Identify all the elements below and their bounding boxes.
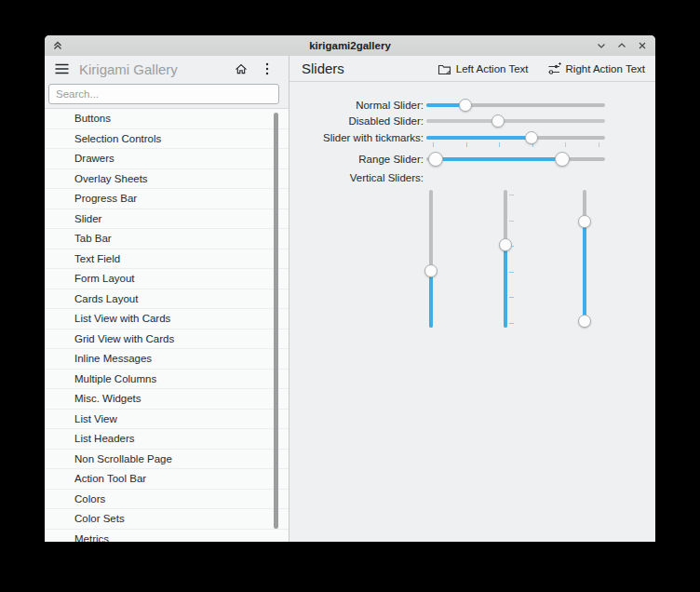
vertical-3-range-slider-fill xyxy=(583,222,586,321)
maximize-button[interactable] xyxy=(614,38,629,53)
range-slider-handle-end[interactable] xyxy=(555,152,570,167)
sliders-area: Normal Slider:Disabled Slider:Slider wit… xyxy=(289,82,655,542)
sidebar-item-buttons[interactable]: Buttons xyxy=(45,109,289,129)
vertical-2-ticks-tick-mark xyxy=(509,221,514,222)
close-button[interactable] xyxy=(635,38,650,53)
sidebar-item-misc-widgets[interactable]: Misc. Widgets xyxy=(45,389,289,410)
app-title: Kirigami Gallery xyxy=(79,61,178,77)
vertical-sliders-label: Vertical Sliders: xyxy=(350,172,424,183)
minimize-button[interactable] xyxy=(594,38,609,53)
titlebar[interactable]: kirigami2gallery xyxy=(45,35,655,57)
normal-slider-handle[interactable] xyxy=(459,99,472,112)
vertical-2-ticks-tick-mark xyxy=(509,272,514,273)
page-title: Sliders xyxy=(302,61,344,76)
sidebar-item-list-headers[interactable]: List Headers xyxy=(45,429,289,450)
sidebar-header: Kirigami Gallery xyxy=(45,56,289,82)
tickmarks-tick-mark xyxy=(599,142,599,147)
tickmarks-slider-handle[interactable] xyxy=(525,131,538,144)
window-content: Kirigami Gallery ButtonsSelection Contro… xyxy=(45,56,655,542)
sidebar-item-metrics[interactable]: Metrics xyxy=(45,530,289,543)
tickmarks-tick-mark xyxy=(466,142,467,147)
vertical-1-slider-fill xyxy=(429,271,433,328)
tickmarks-slider-fill xyxy=(426,136,532,140)
folder-edit-icon xyxy=(438,62,451,75)
sidebar-item-text-field[interactable]: Text Field xyxy=(45,249,289,270)
sidebar-item-drawers[interactable]: Drawers xyxy=(45,149,289,169)
sidebar-item-form-layout[interactable]: Form Layout xyxy=(45,269,289,289)
sidebar-item-cards-layout[interactable]: Cards Layout xyxy=(45,289,289,310)
tickmarks-tick-mark xyxy=(433,142,434,147)
right-action-button[interactable]: Right Action Text xyxy=(545,61,648,77)
tickmarks-tick-mark xyxy=(499,142,500,147)
sidebar-item-tab-bar[interactable]: Tab Bar xyxy=(45,229,289,249)
sidebar-item-non-scrollable-page[interactable]: Non Scrollable Page xyxy=(45,450,289,470)
sidebar-item-colors[interactable]: Colors xyxy=(45,490,289,510)
sidebar: Kirigami Gallery ButtonsSelection Contro… xyxy=(45,56,289,542)
home-button[interactable] xyxy=(233,61,249,77)
page-header: Sliders Left Action Text xyxy=(289,56,655,82)
search-input[interactable] xyxy=(48,84,279,104)
sidebar-item-slider[interactable]: Slider xyxy=(45,209,289,230)
sidebar-item-action-tool-bar[interactable]: Action Tool Bar xyxy=(45,469,289,490)
vertical-2-ticks-slider-handle[interactable] xyxy=(499,238,512,251)
vertical-2-ticks-slider-fill xyxy=(504,245,507,328)
vertical-3-range-slider-handle-end[interactable] xyxy=(578,315,591,328)
left-action-label: Left Action Text xyxy=(456,63,529,74)
adjust-sliders-icon xyxy=(547,62,561,75)
range-slider-label: Range Slider: xyxy=(358,154,424,165)
disabled-slider-handle[interactable] xyxy=(491,114,505,128)
sidebar-item-multiple-columns[interactable]: Multiple Columns xyxy=(45,370,289,390)
sidebar-scrollbar[interactable] xyxy=(274,113,278,529)
range-slider-fill xyxy=(436,157,562,161)
sidebar-item-color-sets[interactable]: Color Sets xyxy=(45,509,289,530)
sidebar-item-inline-messages[interactable]: Inline Messages xyxy=(45,349,289,370)
sidebar-item-overlay-sheets[interactable]: Overlay Sheets xyxy=(45,169,289,190)
normal-slider-label: Normal Slider: xyxy=(356,100,424,111)
range-slider-handle-start[interactable] xyxy=(428,152,443,167)
tickmarks-slider-label: Slider with tickmarks: xyxy=(323,132,424,143)
sidebar-item-grid-view-with-cards[interactable]: Grid View with Cards xyxy=(45,330,289,350)
left-action-button[interactable]: Left Action Text xyxy=(435,61,532,77)
app-window: kirigami2gallery Kirigami Gallery xyxy=(45,35,655,542)
sidebar-item-progress-bar[interactable]: Progress Bar xyxy=(45,189,289,209)
kebab-menu-button[interactable] xyxy=(259,61,276,77)
sidebar-item-selection-controls[interactable]: Selection Controls xyxy=(45,129,289,150)
disabled-slider-label: Disabled Slider: xyxy=(348,115,424,127)
vertical-2-ticks-tick-mark xyxy=(509,195,514,195)
sidebar-item-list-view[interactable]: List View xyxy=(45,410,289,430)
disabled-slider-track xyxy=(426,119,605,123)
right-action-label: Right Action Text xyxy=(566,63,645,74)
sidebar-item-list-view-with-cards[interactable]: List View with Cards xyxy=(45,309,289,330)
tickmarks-tick-mark xyxy=(565,142,566,147)
vertical-2-ticks-tick-mark xyxy=(509,323,514,324)
window-controls xyxy=(594,35,650,56)
sidebar-list: ButtonsSelection ControlsDrawersOverlay … xyxy=(45,108,289,542)
window-title: kirigami2gallery xyxy=(45,35,655,56)
vertical-2-ticks-tick-mark xyxy=(509,297,514,298)
main-panel: Sliders Left Action Text xyxy=(289,56,655,542)
vertical-3-range-slider-handle-start[interactable] xyxy=(578,215,591,228)
hamburger-menu-icon[interactable] xyxy=(53,61,70,77)
vertical-1-slider-handle[interactable] xyxy=(424,264,438,277)
